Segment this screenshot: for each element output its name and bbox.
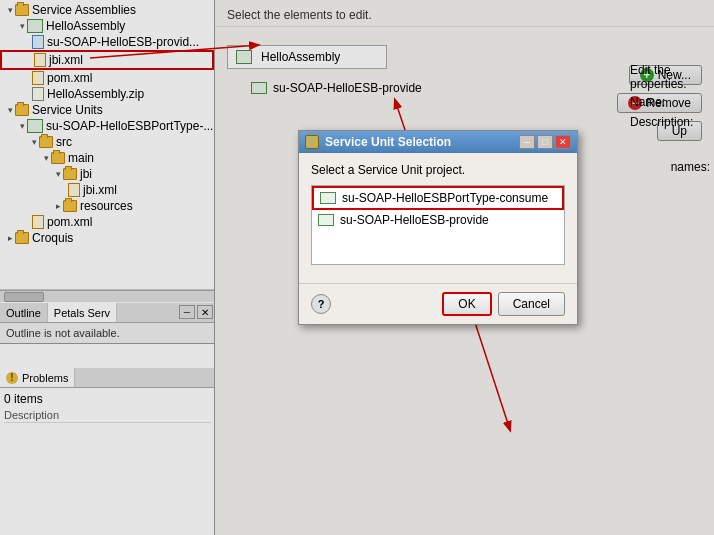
cancel-button[interactable]: Cancel <box>498 292 565 316</box>
dialog-icon <box>305 135 319 149</box>
dialog-close-button[interactable]: ✕ <box>555 135 571 149</box>
help-button[interactable]: ? <box>311 294 331 314</box>
dialog-title: Service Unit Selection <box>325 135 451 149</box>
su-list-item-consume[interactable]: su-SOAP-HelloESBPortType-consume <box>312 186 564 210</box>
su-icon <box>318 214 334 226</box>
su-list-item-provide[interactable]: su-SOAP-HelloESB-provide <box>312 210 564 230</box>
dialog-controls: ─ □ ✕ <box>519 135 571 149</box>
su-list: su-SOAP-HelloESBPortType-consume su-SOAP… <box>311 185 565 265</box>
dialog-content: Select a Service Unit project. su-SOAP-H… <box>299 153 577 283</box>
dialog-titlebar: Service Unit Selection ─ □ ✕ <box>299 131 577 153</box>
su-item-label: su-SOAP-HelloESBPortType-consume <box>342 191 548 205</box>
service-unit-selection-dialog: Service Unit Selection ─ □ ✕ Select a Se… <box>298 130 578 325</box>
dialog-minimize-button[interactable]: ─ <box>519 135 535 149</box>
dialog-instruction: Select a Service Unit project. <box>311 163 565 177</box>
ok-button[interactable]: OK <box>442 292 491 316</box>
su-icon <box>320 192 336 204</box>
dialog-footer: ? OK Cancel <box>299 283 577 324</box>
su-item-label: su-SOAP-HelloESB-provide <box>340 213 489 227</box>
dialog-overlay: Service Unit Selection ─ □ ✕ Select a Se… <box>0 0 714 535</box>
dialog-maximize-button[interactable]: □ <box>537 135 553 149</box>
dialog-action-buttons: OK Cancel <box>442 292 565 316</box>
